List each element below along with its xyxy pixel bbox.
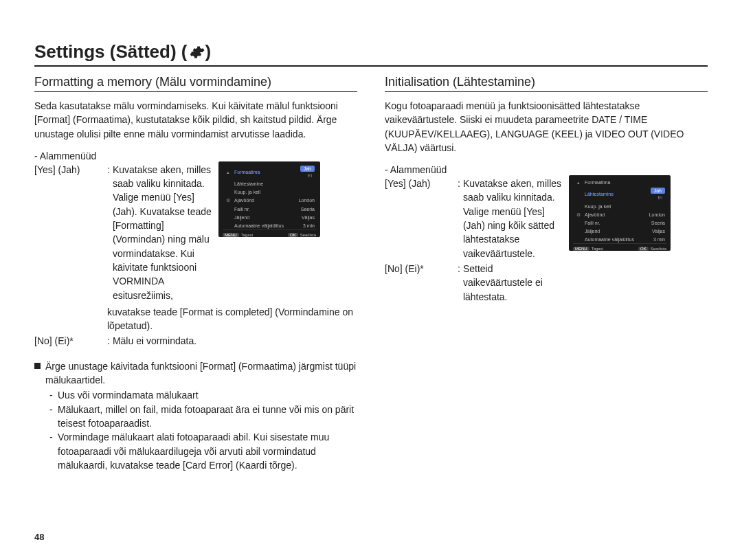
dash-icon: - (49, 388, 58, 402)
menu-item-label: Kuup. ja kell (232, 189, 312, 196)
camera-menu-preview-right: ▴FormaatimaLähtestamineJahEiKuup. ja kel… (569, 175, 671, 251)
right-column: Initialisation (Lähtestamine) Kogu fotoa… (385, 75, 708, 472)
colon: : (458, 262, 460, 304)
menu-item-value: Väljas (299, 214, 315, 221)
menu-footer-back: MENUTagasi (573, 246, 603, 252)
menu-item-label: Formaatima (583, 179, 662, 186)
dash-icon: - (49, 403, 58, 431)
left-yes-text-below: kuvatakse teade [Format is completed] (V… (107, 305, 357, 333)
menu-item-label: Jäljend (232, 214, 299, 221)
colon: : (107, 334, 110, 348)
page-title: Settings (Sätted) ( ) (34, 41, 708, 67)
left-no-label: [No] (Ei)* (34, 334, 107, 348)
colon: : (107, 163, 110, 302)
square-bullet-icon (34, 363, 41, 369)
menu-item-label: Automaatne väljalülitus (232, 223, 300, 229)
left-defs: [Yes] (Jah) : Kuvatakse aken, milles saa… (34, 161, 357, 348)
menu-row: ▴FormaatimaJahEi (223, 166, 316, 179)
menu-row: Lähtestamine (223, 181, 316, 188)
left-note-intro: Ärge unustage käivitada funktsiooni [For… (45, 359, 357, 388)
menu-item-label: Ajavöönd (232, 197, 296, 204)
menu-footer-back: MENUTagasi (223, 232, 253, 238)
menu-item-value: JahEi (297, 166, 315, 179)
right-heading: Initialisation (Lähtestamine) (385, 75, 708, 92)
menu-row: Faili nr.Seeria (573, 220, 666, 227)
menu-item-label: Lähtestamine (583, 191, 648, 198)
columns: Formatting a memory (Mälu vormindamine) … (34, 75, 708, 472)
menu-item-label: Lähtestamine (232, 181, 312, 188)
menu-item-label: Formaatima (232, 169, 297, 176)
title-prefix: Settings (Sätted) ( (34, 41, 187, 63)
menu-row: ⚙AjavööndLondon (223, 197, 316, 204)
menu-item-label: Jäljend (583, 228, 649, 235)
menu-row: Faili nr.Seeria (223, 206, 316, 213)
note-subitem: -Vormindage mälukaart alati fotoaparaadi… (49, 430, 357, 472)
menu-row: Automaatne väljalülitus3 min (223, 223, 316, 229)
settings-gear-icon (190, 45, 205, 60)
menu-footer-set: OKSeadista (288, 232, 316, 238)
left-intro: Seda kasutatakse mälu vormindamiseks. Ku… (34, 99, 357, 141)
menu-row: ▴Formaatima (573, 179, 666, 186)
left-heading: Formatting a memory (Mälu vormindamine) (34, 75, 357, 92)
right-no-text: Setteid vaikeväärtustele ei lähtestata. (463, 262, 563, 304)
note-subitem: -Uus või vormindamata mälukaart (49, 388, 357, 402)
menu-item-value: Seeria (649, 220, 665, 227)
right-no-label: [No] (Ei)* (385, 262, 458, 304)
menu-row-icon: ▴ (224, 169, 232, 176)
note-subitem-text: Vormindage mälukaart alati fotoaparaadi … (58, 430, 357, 472)
page: Settings (Sätted) ( ) Formatting a memor… (0, 0, 742, 560)
left-submenus-label: - Alammenüüd (34, 150, 357, 161)
menu-row: Kuup. ja kell (573, 203, 666, 210)
menu-row: JäljendVäljas (223, 214, 316, 221)
note-subitem-text: Uus või vormindamata mälukaart (58, 388, 199, 402)
menu-row-icon: ▴ (574, 179, 583, 186)
menu-item-label: Faili nr. (583, 220, 649, 227)
menu-footer: MENUTagasiOKSeadista (223, 229, 316, 238)
menu-row: JäljendVäljas (573, 228, 666, 235)
left-column: Formatting a memory (Mälu vormindamine) … (34, 75, 357, 472)
menu-item-value: JahEi (648, 188, 665, 201)
menu-row: Kuup. ja kell (223, 189, 316, 196)
gear-icon: ⚙ (574, 212, 583, 219)
menu-item-label: Faili nr. (232, 206, 298, 213)
right-yes-text: Kuvatakse aken, milles saab valiku kinni… (463, 177, 563, 260)
menu-item-value: 3 min (300, 223, 315, 229)
right-intro: Kogu fotoaparaadi menüü ja funktsioonisä… (385, 99, 708, 155)
menu-item-value: Seeria (298, 206, 315, 213)
menu-item-value: Väljas (649, 228, 665, 235)
left-yes-text: Kuvatakse aken, milles saab valiku kinni… (113, 163, 213, 302)
menu-item-label: Kuup. ja kell (583, 203, 662, 210)
menu-footer: MENUTagasiOKSeadista (573, 243, 666, 252)
menu-row: Automaatne väljalülitus3 min (573, 236, 666, 243)
menu-item-label: Ajavöönd (583, 212, 647, 219)
camera-menu-preview-left: ▴FormaatimaJahEiLähtestamineKuup. ja kel… (218, 161, 320, 237)
colon: : (458, 177, 460, 260)
menu-row: ⚙AjavööndLondon (573, 212, 666, 219)
gear-icon: ⚙ (224, 197, 232, 204)
menu-item-label: Automaatne väljalülitus (583, 236, 651, 243)
right-yes-label: [Yes] (Jah) (385, 177, 458, 260)
left-yes-label: [Yes] (Jah) (34, 163, 107, 302)
right-submenus-label: - Alammenüüd (385, 164, 708, 175)
left-note-sublist: -Uus või vormindamata mälukaart-Mälukaar… (49, 388, 357, 472)
menu-item-value: London (296, 197, 315, 204)
menu-item-value: 3 min (651, 236, 665, 243)
left-no-text: Mälu ei vormindata. (113, 334, 357, 348)
dash-icon: - (49, 430, 58, 472)
left-note: Ärge unustage käivitada funktsiooni [For… (34, 359, 357, 472)
title-suffix: ) (205, 41, 211, 63)
menu-footer-set: OKSeadista (638, 246, 666, 252)
note-subitem-text: Mälukaart, millel on fail, mida fotoapar… (58, 403, 357, 431)
right-defs: [Yes] (Jah) : Kuvatakse aken, milles saa… (385, 175, 708, 305)
menu-row: LähtestamineJahEi (573, 188, 666, 201)
note-subitem: -Mälukaart, millel on fail, mida fotoapa… (49, 403, 357, 431)
menu-item-value: London (647, 212, 665, 219)
page-number: 48 (34, 532, 44, 542)
